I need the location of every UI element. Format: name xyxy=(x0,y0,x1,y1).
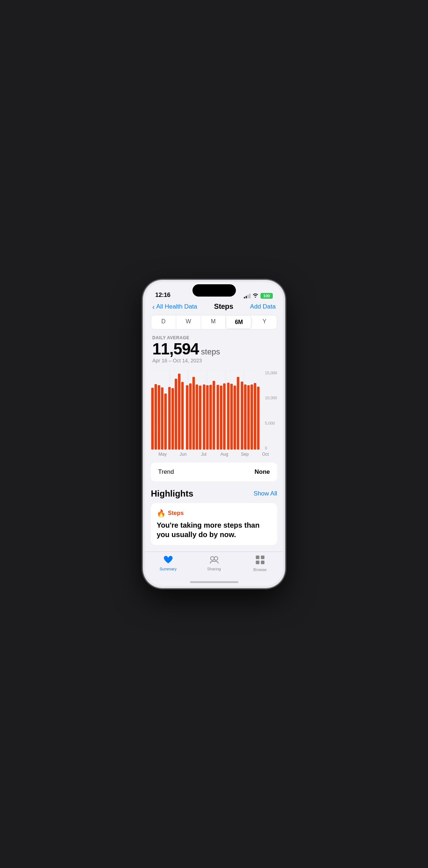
highlight-card-body: You're taking more steps than you usuall… xyxy=(157,520,271,539)
svg-rect-21 xyxy=(189,383,192,450)
svg-rect-13 xyxy=(161,387,164,450)
svg-rect-26 xyxy=(206,385,209,450)
svg-rect-46 xyxy=(256,561,259,564)
svg-rect-12 xyxy=(158,385,160,450)
x-label-may: May xyxy=(152,452,173,457)
status-icons: 100 xyxy=(244,293,273,299)
svg-point-42 xyxy=(211,557,214,560)
svg-rect-45 xyxy=(261,556,264,559)
x-label-jul: Jul xyxy=(194,452,214,457)
svg-rect-31 xyxy=(223,383,226,450)
highlight-card-title: Steps xyxy=(168,510,184,516)
phone-screen: 12:16 100 ‹ xyxy=(145,282,283,586)
stats-date: Apr 16 – Oct 14, 2023 xyxy=(152,358,276,363)
svg-rect-20 xyxy=(186,385,188,450)
status-time: 12:16 xyxy=(155,292,170,299)
chart-y-labels: 15,000 10,000 5,000 0 xyxy=(263,371,277,450)
daily-avg-label: DAILY AVERAGE xyxy=(152,335,276,340)
svg-rect-41 xyxy=(257,387,259,450)
svg-rect-18 xyxy=(178,374,181,450)
show-all-button[interactable]: Show All xyxy=(254,490,277,497)
x-label-sep: Sep xyxy=(234,452,255,457)
svg-rect-27 xyxy=(209,385,212,450)
tab-bar: Summary Sharing xyxy=(145,552,283,581)
highlight-card-header: 🔥 Steps xyxy=(157,509,271,518)
y-label-10000: 10,000 xyxy=(265,396,277,400)
chart-wrapper: 15,000 10,000 5,000 0 xyxy=(151,371,277,450)
stats-number: 11,594 xyxy=(152,341,199,357)
highlight-card: 🔥 Steps You're taking more steps than yo… xyxy=(151,503,277,545)
svg-rect-24 xyxy=(199,386,202,450)
svg-rect-40 xyxy=(254,383,256,450)
svg-rect-29 xyxy=(217,385,219,450)
svg-rect-15 xyxy=(168,387,171,450)
y-label-15000: 15,000 xyxy=(265,371,277,375)
svg-rect-11 xyxy=(154,384,157,450)
trend-value: None xyxy=(255,468,270,476)
tab-summary[interactable]: Summary xyxy=(156,555,181,571)
phone-device: 12:16 100 ‹ xyxy=(143,280,285,588)
back-label: All Health Data xyxy=(156,303,197,310)
signal-icon xyxy=(244,294,250,298)
period-6m[interactable]: 6M xyxy=(226,316,251,328)
tab-browse[interactable]: Browse xyxy=(247,555,273,572)
period-m[interactable]: M xyxy=(201,315,226,329)
heart-icon xyxy=(163,555,173,566)
battery-indicator: 100 xyxy=(260,293,273,299)
chart-x-labels: May Jun Jul Aug Sep Oct xyxy=(151,452,277,457)
svg-rect-39 xyxy=(250,384,253,450)
svg-point-43 xyxy=(214,557,218,560)
svg-rect-35 xyxy=(237,377,239,450)
page-title: Steps xyxy=(214,302,233,311)
period-selector: D W M 6M Y xyxy=(151,315,277,329)
fire-icon: 🔥 xyxy=(157,509,166,518)
svg-rect-38 xyxy=(247,385,250,450)
stats-section: DAILY AVERAGE 11,594 steps Apr 16 – Oct … xyxy=(145,335,283,366)
svg-rect-47 xyxy=(261,561,264,564)
svg-rect-28 xyxy=(213,381,215,450)
chart-container: 15,000 10,000 5,000 0 May Jun Jul Aug Se… xyxy=(151,369,277,457)
stats-unit: steps xyxy=(201,347,220,357)
trend-label: Trend xyxy=(158,468,174,476)
trend-card: Trend None xyxy=(151,463,277,481)
svg-rect-44 xyxy=(256,556,259,559)
svg-rect-23 xyxy=(196,384,198,450)
x-label-aug: Aug xyxy=(214,452,234,457)
svg-rect-36 xyxy=(241,382,243,450)
nav-header: ‹ All Health Data Steps Add Data xyxy=(145,302,283,315)
tab-summary-label: Summary xyxy=(160,567,177,571)
x-label-oct: Oct xyxy=(255,452,276,457)
highlights-section: Highlights Show All 🔥 Steps You're takin… xyxy=(145,489,283,545)
svg-rect-34 xyxy=(234,386,236,450)
svg-rect-19 xyxy=(181,382,184,450)
y-label-5000: 5,000 xyxy=(265,421,275,425)
browse-icon xyxy=(255,555,265,566)
chart-bars xyxy=(151,371,263,450)
scroll-content: D W M 6M Y DAILY AVERAGE 11,594 steps Ap… xyxy=(145,315,283,552)
svg-rect-25 xyxy=(203,384,205,450)
svg-rect-22 xyxy=(192,377,195,450)
svg-rect-33 xyxy=(230,384,233,450)
bars-svg xyxy=(151,371,263,450)
dynamic-island xyxy=(192,284,236,297)
svg-rect-17 xyxy=(175,379,177,450)
y-label-0: 0 xyxy=(265,446,267,450)
svg-rect-30 xyxy=(220,386,223,450)
tab-sharing[interactable]: Sharing xyxy=(202,555,227,571)
tab-sharing-label: Sharing xyxy=(207,567,221,571)
back-button[interactable]: ‹ All Health Data xyxy=(152,303,197,310)
wifi-icon xyxy=(253,293,258,299)
back-chevron-icon: ‹ xyxy=(152,303,155,310)
highlights-header: Highlights Show All xyxy=(151,489,277,499)
tab-browse-label: Browse xyxy=(253,567,267,572)
add-data-button[interactable]: Add Data xyxy=(250,303,276,310)
period-y[interactable]: Y xyxy=(252,315,277,329)
x-label-jun: Jun xyxy=(173,452,194,457)
period-d[interactable]: D xyxy=(151,315,176,329)
sharing-icon xyxy=(209,555,220,566)
svg-rect-32 xyxy=(227,383,230,450)
svg-rect-14 xyxy=(164,393,167,450)
svg-rect-37 xyxy=(244,384,246,450)
svg-rect-10 xyxy=(151,388,154,450)
period-w[interactable]: W xyxy=(176,315,201,329)
